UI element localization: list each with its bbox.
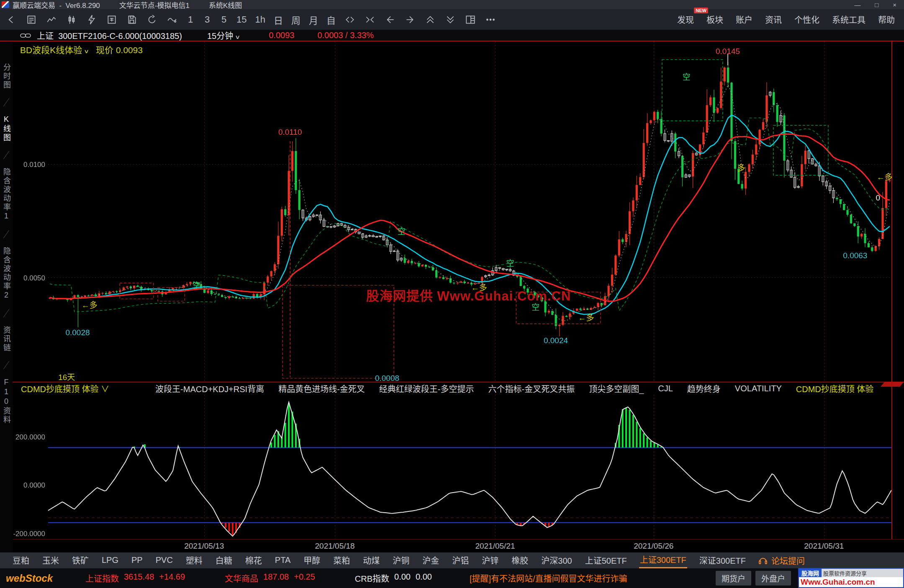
period-button-日[interactable]: 日 xyxy=(272,13,284,27)
sidebar-item-K线图[interactable]: K线图 xyxy=(1,115,12,142)
sidebar-item-F10资料[interactable]: F10资料 xyxy=(1,378,12,424)
indicator-tab-波段王-MACD+KDJ+RSI背离[interactable]: 波段王-MACD+KDJ+RSI背离 xyxy=(155,383,264,395)
report-icon[interactable] xyxy=(24,13,39,27)
chevron-down-icon: ∨ xyxy=(84,48,89,54)
next-icon[interactable] xyxy=(403,13,417,27)
market-tab-玉米[interactable]: 玉米 xyxy=(41,553,60,568)
forum-link[interactable]: 论坛提问 xyxy=(758,555,805,567)
market-tab-PVC[interactable]: PVC xyxy=(155,555,174,567)
indicator-tab-趋势终身[interactable]: 趋势终身 xyxy=(687,383,721,395)
market-tab-PP[interactable]: PP xyxy=(131,555,144,567)
collapse-down-icon[interactable] xyxy=(443,13,457,27)
market-tab-铁矿[interactable]: 铁矿 xyxy=(71,553,90,568)
period-button-1[interactable]: 1 xyxy=(185,13,196,27)
watermark: 股海网提供 Www.Guhai.Com.CN xyxy=(366,285,571,304)
more-icon[interactable] xyxy=(483,13,498,27)
layout-icon[interactable] xyxy=(463,13,478,27)
prev-icon[interactable] xyxy=(383,13,397,27)
minimize-button[interactable]: — xyxy=(854,1,860,8)
refresh-icon[interactable] xyxy=(145,13,159,27)
account-button-期货户[interactable]: 期货户 xyxy=(716,571,751,585)
sidebar-item-隐含波动率2[interactable]: 隐含波动率2 xyxy=(1,247,12,300)
period-button-自[interactable]: 自 xyxy=(325,13,337,27)
indicator-tab-顶尖多空副图_[interactable]: 顶尖多空副图_ xyxy=(589,383,644,395)
market-tab-橡胶[interactable]: 橡胶 xyxy=(511,553,529,568)
back-icon[interactable] xyxy=(4,13,18,27)
market-tab-沪铜[interactable]: 沪铜 xyxy=(392,553,410,568)
kline-icon[interactable] xyxy=(64,13,79,27)
indicator-tab-CDMD抄底摸顶 体验[interactable]: CDMD抄底摸顶 体验 ∨ xyxy=(21,383,109,395)
menu-item-板块[interactable]: 板块 xyxy=(706,13,723,26)
market-tab-LPG[interactable]: LPG xyxy=(101,555,119,567)
signal-marker: 空 xyxy=(532,301,539,312)
market-tab-菜粕[interactable]: 菜粕 xyxy=(332,553,351,568)
maximize-button[interactable]: □ xyxy=(875,1,878,8)
indicator-tab-CDMD抄底摸顶 体验[interactable]: CDMD抄底摸顶 体验 xyxy=(796,383,874,395)
period-selector[interactable]: 15分钟 ∨ xyxy=(207,29,239,41)
sidebar-item-资讯链[interactable]: 资讯链 xyxy=(1,326,12,352)
menu-item-发现[interactable]: 发现NEW xyxy=(677,13,694,26)
oscillator-canvas[interactable] xyxy=(13,395,904,539)
market-tab-沪铝[interactable]: 沪铝 xyxy=(451,553,470,568)
menu-item-帮助[interactable]: 帮助 xyxy=(878,13,895,26)
indicator-tab-六个指标-金叉死叉共振[interactable]: 六个指标-金叉死叉共振 xyxy=(488,383,575,395)
market-tab-豆粕[interactable]: 豆粕 xyxy=(12,553,30,568)
timeline-icon[interactable] xyxy=(44,13,59,27)
market-tab-上证300ETF[interactable]: 上证300ETF xyxy=(639,552,687,568)
sidebar-item-隐含波动率1[interactable]: 隐含波动率1 xyxy=(1,168,12,221)
market-tab-白糖[interactable]: 白糖 xyxy=(215,553,233,568)
menu-item-账户[interactable]: 账户 xyxy=(736,13,752,26)
period-button-1h[interactable]: 1h xyxy=(254,13,266,27)
market-tab-沪深300[interactable]: 沪深300 xyxy=(540,553,573,568)
main-chart-canvas[interactable] xyxy=(13,41,904,382)
order-board-icon[interactable] xyxy=(105,13,119,27)
market-tab-上证50ETF[interactable]: 上证50ETF xyxy=(584,553,628,568)
sidebar-separator xyxy=(3,151,10,159)
flash-order-icon[interactable] xyxy=(85,13,99,27)
market-tab-沪锌[interactable]: 沪锌 xyxy=(481,553,499,568)
link-icon[interactable] xyxy=(18,28,33,43)
period-button-3[interactable]: 3 xyxy=(202,13,213,27)
instrument-symbol[interactable]: 上证 300ETF2106-C-6.000(10003185) xyxy=(37,29,182,41)
toolbar: 135151h日周月自 发现NEW板块账户资讯个性化系统工具帮助 xyxy=(0,9,904,30)
index-quote-上证指数: 上证指数3615.48+14.69 xyxy=(85,572,185,584)
menu-item-资讯[interactable]: 资讯 xyxy=(765,13,782,26)
period-button-月[interactable]: 月 xyxy=(308,13,319,27)
shrink-icon[interactable] xyxy=(363,13,377,27)
indicator-tab-经典红绿波段王-多空提示[interactable]: 经典红绿波段王-多空提示 xyxy=(379,383,474,395)
indicator-tab-精品黄色进场线-金死叉[interactable]: 精品黄色进场线-金死叉 xyxy=(278,383,365,395)
indicator-tab-CJL[interactable]: CJL xyxy=(658,384,673,393)
sidebar-item-分时图[interactable]: 分时图 xyxy=(1,63,12,90)
market-tab-甲醇[interactable]: 甲醇 xyxy=(303,553,321,568)
menu-item-个性化[interactable]: 个性化 xyxy=(794,13,819,26)
sidebar-separator xyxy=(3,230,10,238)
period-button-5[interactable]: 5 xyxy=(218,13,229,27)
app-title: 赢顺云端交易 - Ver6.8.290 xyxy=(13,0,100,10)
account-button-外盘户[interactable]: 外盘户 xyxy=(755,571,791,585)
market-tab-塑料[interactable]: 塑料 xyxy=(185,553,203,568)
price-annotation: 0.0008 xyxy=(375,374,399,383)
menu-item-系统工具[interactable]: 系统工具 xyxy=(832,13,865,26)
instrument-bar: 上证 300ETF2106-C-6.000(10003185) 15分钟 ∨ 0… xyxy=(0,30,904,41)
market-tab-棉花[interactable]: 棉花 xyxy=(244,553,263,568)
date-tick: 2021/05/31 xyxy=(804,542,844,551)
period-button-周[interactable]: 周 xyxy=(290,13,302,27)
market-tab-沪金[interactable]: 沪金 xyxy=(421,553,440,568)
guhai-tagline: 股票软件资源分享 xyxy=(822,569,903,577)
market-tab-深证300ETF[interactable]: 深证300ETF xyxy=(699,553,747,568)
market-tab-PTA[interactable]: PTA xyxy=(274,555,291,567)
switch-line-icon[interactable] xyxy=(165,13,179,27)
trading-app-window: 赢顺云端交易 - Ver6.8.290 文华云节点-模拟电信1 系统K线图 — … xyxy=(0,0,904,588)
expand-icon[interactable] xyxy=(343,13,357,27)
collapse-up-icon[interactable] xyxy=(423,13,437,27)
chart-right-border xyxy=(891,41,892,539)
signal-marker: ←多 xyxy=(877,171,893,182)
chart-indicator-title[interactable]: BD波段K线体验 ∨ 现价 0.0093 xyxy=(20,43,143,56)
period-button-15[interactable]: 15 xyxy=(235,13,248,27)
close-button[interactable]: × xyxy=(893,1,896,8)
save-icon[interactable] xyxy=(125,13,139,27)
last-price: 0.0093 xyxy=(269,31,294,40)
price-annotation: 0.0063 xyxy=(843,251,867,260)
market-tab-动煤[interactable]: 动煤 xyxy=(362,553,380,568)
indicator-tab-VOLATILITY[interactable]: VOLATILITY xyxy=(735,384,782,393)
